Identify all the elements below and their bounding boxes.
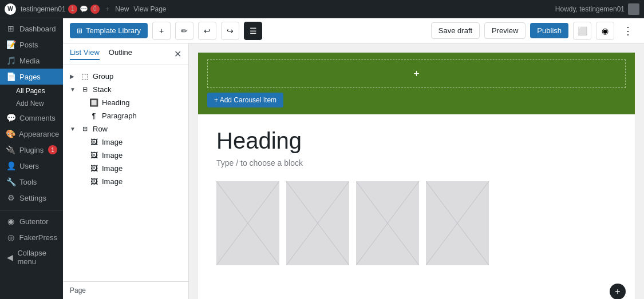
list-item-label: Image xyxy=(102,164,123,173)
tab-outline[interactable]: Outline xyxy=(109,48,132,60)
editor-area: ⊞ Template Library + ✏ ↩ ↪ ☰ Save draft … xyxy=(63,18,644,299)
sidebar-item-label: Appearance xyxy=(19,130,59,138)
image-placeholder-2 xyxy=(286,181,349,265)
expand-icon: ▼ xyxy=(70,86,77,93)
list-item-row[interactable]: ▼ ⊞ Row xyxy=(63,122,188,135)
image-placeholder-3 xyxy=(356,181,419,265)
add-carousel-item-button[interactable]: + Add Carousel Item xyxy=(207,93,283,107)
top-bar: W testingemen01 1 💬 0 + New View Page Ho… xyxy=(0,0,644,18)
hamburger-button[interactable]: ☰ xyxy=(244,22,262,40)
sidebar-item-collapse[interactable]: ◀ Collapse menu xyxy=(0,245,63,269)
list-panel-footer: Page xyxy=(63,281,188,299)
list-item-paragraph[interactable]: ¶ Paragraph xyxy=(63,109,188,122)
content-paragraph: Type / to choose a block xyxy=(216,158,617,168)
list-item-image-4[interactable]: 🖼 Image xyxy=(63,175,188,188)
sidebar-item-label: Users xyxy=(19,162,39,170)
sidebar-item-dashboard[interactable]: ⊞ Dashboard xyxy=(0,21,63,37)
user-avatar xyxy=(628,3,639,15)
canvas-area[interactable]: + + Add Carousel Item Heading Type / to … xyxy=(189,43,644,299)
image-placeholder-1 xyxy=(216,181,279,265)
sidebar: ⊞ Dashboard 📝 Posts 🎵 Media 📄 Pages All … xyxy=(0,18,63,299)
heading-icon: 🔲 xyxy=(89,98,98,107)
sidebar-item-appearance[interactable]: 🎨 Appearance xyxy=(0,126,63,142)
comment-counter: 1 xyxy=(68,5,77,14)
sidebar-item-media[interactable]: 🎵 Media xyxy=(0,53,63,69)
carousel-section: + + Add Carousel Item xyxy=(198,53,635,114)
image-placeholder-4 xyxy=(426,181,489,265)
add-block-button[interactable]: + xyxy=(152,22,171,40)
list-item-image-1[interactable]: 🖼 Image xyxy=(63,135,188,149)
preview-button[interactable]: Preview xyxy=(484,22,526,39)
list-item-image-3[interactable]: 🖼 Image xyxy=(63,162,188,175)
undo-button[interactable]: ↩ xyxy=(198,22,216,40)
sidebar-item-label: FakerPress xyxy=(19,233,57,242)
sidebar-item-pages[interactable]: 📄 Pages xyxy=(0,69,63,85)
carousel-placeholder: + xyxy=(207,59,626,88)
tools-button[interactable]: ✏ xyxy=(175,22,193,40)
content-section: Heading Type / to choose a block xyxy=(198,114,635,279)
settings-button[interactable]: ◉ xyxy=(596,22,614,40)
more-options-button[interactable]: ⋮ xyxy=(619,22,637,40)
sidebar-item-plugins[interactable]: 🔌 Plugins 1 xyxy=(0,142,63,158)
save-draft-button[interactable]: Save draft xyxy=(431,22,480,39)
new-link[interactable]: New xyxy=(115,5,129,13)
editor-topbar-right: Save draft Preview Publish ⬜ ◉ ⋮ xyxy=(431,22,637,40)
plugins-badge: 1 xyxy=(48,145,57,154)
main-layout: ⊞ Dashboard 📝 Posts 🎵 Media 📄 Pages All … xyxy=(0,18,644,299)
list-item-image-2[interactable]: 🖼 Image xyxy=(63,149,188,162)
list-item-stack[interactable]: ▼ ⊟ Stack xyxy=(63,83,188,96)
add-block-button-bottom[interactable]: + xyxy=(610,284,626,299)
group-icon: ⬚ xyxy=(80,72,89,81)
sidebar-sub-add-new[interactable]: Add New xyxy=(0,97,63,110)
list-item-label: Image xyxy=(102,138,123,146)
sidebar-item-tools[interactable]: 🔧 Tools xyxy=(0,174,63,190)
sidebar-item-label: Plugins xyxy=(19,146,44,154)
image-grid xyxy=(216,181,617,265)
sidebar-item-label: Collapse menu xyxy=(17,249,57,266)
sidebar-item-label: Pages xyxy=(19,73,41,81)
sidebar-item-label: Tools xyxy=(19,178,37,186)
sidebar-item-posts[interactable]: 📝 Posts xyxy=(0,37,63,53)
tab-list-view[interactable]: List View xyxy=(70,48,100,60)
content-heading: Heading xyxy=(216,128,617,154)
view-page-link[interactable]: View Page xyxy=(133,5,166,13)
dashboard-icon: ⊞ xyxy=(6,24,16,33)
close-panel-button[interactable]: ✕ xyxy=(174,49,181,59)
list-panel-body: ▶ ⬚ Group ▼ ⊟ Stack 🔲 Heading xyxy=(63,65,188,281)
expand-icon: ▶ xyxy=(70,73,77,79)
list-item-label: Stack xyxy=(93,85,112,94)
gutentor-icon: ◉ xyxy=(6,217,16,226)
paragraph-icon: ¶ xyxy=(89,111,98,120)
canvas-inner: + + Add Carousel Item Heading Type / to … xyxy=(198,53,635,299)
sidebar-item-settings[interactable]: ⚙ Settings xyxy=(0,190,63,206)
template-library-button[interactable]: ⊞ Template Library xyxy=(70,23,148,38)
image-icon: 🖼 xyxy=(89,164,98,173)
sidebar-item-label: Dashboard xyxy=(19,25,56,33)
template-library-icon: ⊞ xyxy=(77,27,82,35)
settings-icon: ⚙ xyxy=(6,193,16,202)
list-item-label: Image xyxy=(102,177,123,186)
collapse-icon: ◀ xyxy=(6,253,14,262)
comment-zero: 0 xyxy=(90,5,100,14)
list-item-label: Paragraph xyxy=(102,111,137,120)
list-panel: List View Outline ✕ ▶ ⬚ Group ▼ ⊟ xyxy=(63,43,189,299)
sidebar-sub-all-pages[interactable]: All Pages xyxy=(0,85,63,97)
carousel-plus-icon: + xyxy=(413,68,420,80)
sidebar-item-users[interactable]: 👤 Users xyxy=(0,158,63,174)
add-block-row: + xyxy=(198,279,635,299)
template-library-label: Template Library xyxy=(86,26,141,35)
sidebar-item-label: Posts xyxy=(19,41,38,49)
image-icon: 🖼 xyxy=(89,151,98,160)
appearance-icon: 🎨 xyxy=(6,129,15,138)
sidebar-item-gutentor[interactable]: ◉ Gutentor xyxy=(0,213,63,229)
sidebar-item-comments[interactable]: 💬 Comments xyxy=(0,110,63,126)
expand-icon: ▼ xyxy=(70,126,77,132)
redo-button[interactable]: ↪ xyxy=(221,22,239,40)
fakerpress-icon: ◎ xyxy=(6,233,16,242)
sidebar-item-fakerpress[interactable]: ◎ FakerPress xyxy=(0,229,63,245)
list-item-label: Heading xyxy=(102,98,129,107)
list-item-group[interactable]: ▶ ⬚ Group xyxy=(63,70,188,83)
view-mode-button[interactable]: ⬜ xyxy=(573,22,591,40)
publish-button[interactable]: Publish xyxy=(530,23,568,38)
list-item-heading[interactable]: 🔲 Heading xyxy=(63,96,188,109)
